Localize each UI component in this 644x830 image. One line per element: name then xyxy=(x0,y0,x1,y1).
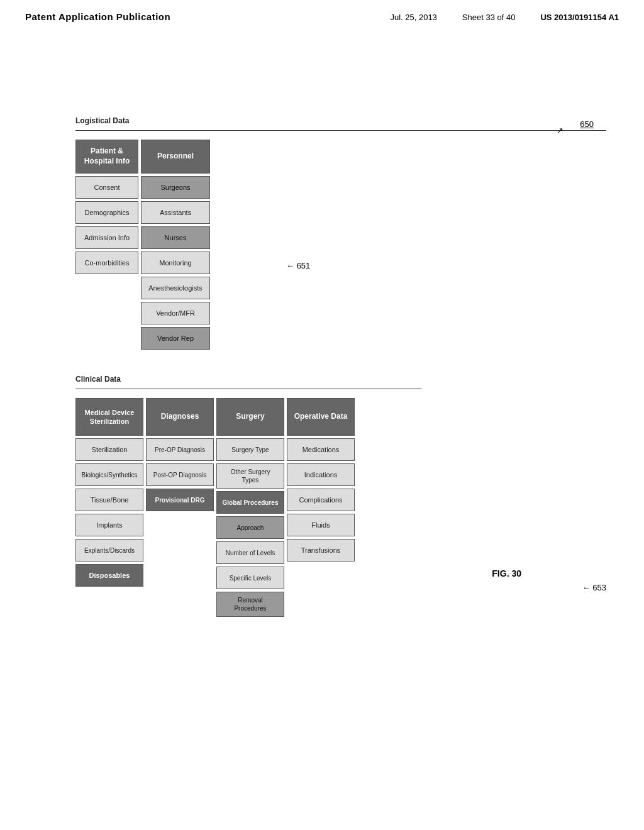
ref-651-arrow: ← xyxy=(286,261,297,270)
main-content: 650 ↗ Logistical Data Patient & Hospital… xyxy=(0,22,644,636)
clinical-col-3: Surgery Surgery Type Other Surgery Types… xyxy=(216,398,284,617)
anesthesiologists-cell[interactable]: Anesthesiologists xyxy=(141,277,210,299)
consent-cell[interactable]: Consent xyxy=(75,176,138,199)
diagnoses-header-cell[interactable]: Diagnoses xyxy=(146,398,214,436)
clinical-divider xyxy=(75,389,421,389)
global-procedures-cell[interactable]: Global Procedures xyxy=(216,491,284,514)
fig-label: FIG. 30 xyxy=(492,568,521,578)
page-header: Patent Application Publication Jul. 25, … xyxy=(0,0,644,22)
clinical-section: Clinical Data Medical Device Sterilizati… xyxy=(75,375,606,617)
surgeons-cell[interactable]: Surgeons xyxy=(141,176,210,199)
disposables-cell[interactable]: Disposables xyxy=(75,564,143,587)
number-of-levels-cell[interactable]: Number of Levels xyxy=(216,541,284,564)
ref-650-arrow: ↗ xyxy=(557,126,564,135)
clinical-col-4: Operative Data Medications Indications C… xyxy=(287,398,355,562)
transfusions-cell[interactable]: Transfusions xyxy=(287,539,355,562)
other-surgery-types-cell[interactable]: Other Surgery Types xyxy=(216,463,284,489)
medical-device-sterilization-cell[interactable]: Medical Device Sterilization xyxy=(75,398,143,436)
publication-date: Jul. 25, 2013 xyxy=(390,13,436,22)
patent-number: US 2013/0191154 A1 xyxy=(540,13,619,22)
removal-procedures-cell[interactable]: Removal Procedures xyxy=(216,592,284,617)
biologics-cell[interactable]: Biologics/Synthetics xyxy=(75,463,143,486)
nurses-cell[interactable]: Nurses xyxy=(141,226,210,249)
monitoring-cell[interactable]: Monitoring xyxy=(141,252,210,274)
surgery-type-cell[interactable]: Surgery Type xyxy=(216,438,284,461)
ref-653-label: 653 xyxy=(592,583,606,592)
logistical-divider xyxy=(75,130,606,131)
clinical-section-label: Clinical Data xyxy=(75,375,606,384)
logistical-col-right: Personnel Surgeons Assistants Nurses Mon… xyxy=(141,140,210,350)
surgery-header-cell[interactable]: Surgery xyxy=(216,398,284,436)
explants-cell[interactable]: Explants/Discards xyxy=(75,539,143,562)
admission-info-cell[interactable]: Admission Info xyxy=(75,226,138,249)
clinical-col-2: Diagnoses Pre-OP Diagnosis Post-OP Diagn… xyxy=(146,398,214,511)
logistical-section: Logistical Data Patient & Hospital Info … xyxy=(75,116,606,350)
operative-data-header-cell[interactable]: Operative Data xyxy=(287,398,355,436)
tissue-bone-cell[interactable]: Tissue/Bone xyxy=(75,489,143,511)
logistical-section-label: Logistical Data xyxy=(75,116,606,125)
postop-diagnosis-cell[interactable]: Post-OP Diagnosis xyxy=(146,463,214,486)
sheet-info: Sheet 33 of 40 xyxy=(462,13,516,22)
vendor-rep-cell[interactable]: Vendor Rep xyxy=(141,327,210,350)
specific-levels-cell[interactable]: Specific Levels xyxy=(216,567,284,589)
complications-cell[interactable]: Complications xyxy=(287,489,355,511)
patient-hospital-info-cell[interactable]: Patient & Hospital Info xyxy=(75,140,138,174)
demographics-cell[interactable]: Demographics xyxy=(75,201,138,224)
ref-650-label: 650 xyxy=(580,119,594,129)
provisional-drg-cell[interactable]: Provisional DRG xyxy=(146,489,214,511)
personnel-cell[interactable]: Personnel xyxy=(141,140,210,174)
implants-cell[interactable]: Implants xyxy=(75,514,143,536)
indications-cell[interactable]: Indications xyxy=(287,463,355,486)
sterilization-cell[interactable]: Sterilization xyxy=(75,438,143,461)
fluids-cell[interactable]: Fluids xyxy=(287,514,355,536)
vendor-mfr-cell[interactable]: Vendor/MFR xyxy=(141,302,210,324)
preop-diagnosis-cell[interactable]: Pre-OP Diagnosis xyxy=(146,438,214,461)
header-meta: Jul. 25, 2013 Sheet 33 of 40 US 2013/019… xyxy=(390,13,619,22)
publication-title: Patent Application Publication xyxy=(25,11,170,22)
approach-cell[interactable]: Approach xyxy=(216,516,284,539)
clinical-col-1: Medical Device Sterilization Sterilizati… xyxy=(75,398,143,587)
ref-653-container: ← 653 xyxy=(582,582,606,593)
ref-651-label: 651 xyxy=(297,261,311,270)
medications-cell[interactable]: Medications xyxy=(287,438,355,461)
fig-label-container: FIG. 30 xyxy=(492,568,521,579)
clinical-grid: Medical Device Sterilization Sterilizati… xyxy=(75,398,606,617)
logistical-col-left: Patient & Hospital Info Consent Demograp… xyxy=(75,140,138,274)
ref-651-container: ← 651 xyxy=(286,260,310,271)
ref-653-arrow: ← xyxy=(582,583,593,592)
logistical-grid: Patient & Hospital Info Consent Demograp… xyxy=(75,140,606,350)
assistants-cell[interactable]: Assistants xyxy=(141,201,210,224)
co-morbidities-cell[interactable]: Co-morbidities xyxy=(75,252,138,274)
